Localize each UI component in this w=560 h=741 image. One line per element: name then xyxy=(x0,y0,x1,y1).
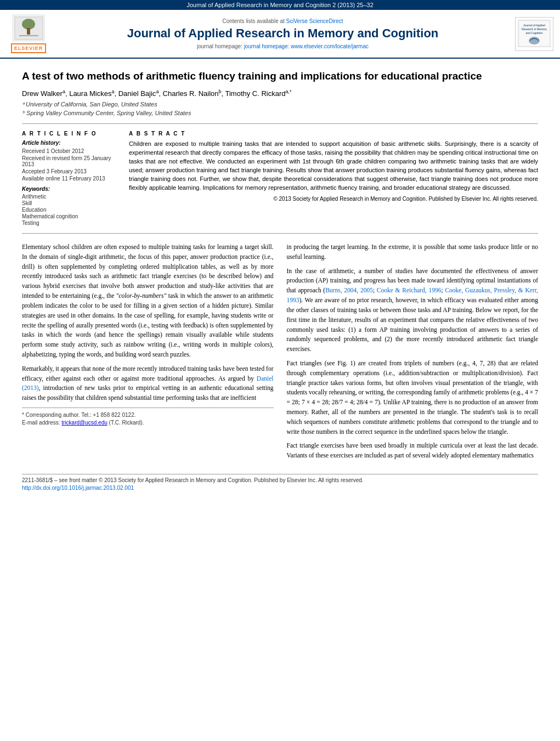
keyword-5: Testing xyxy=(22,220,118,226)
homepage-line: journal homepage: journal homepage: www.… xyxy=(56,43,510,49)
svg-rect-2 xyxy=(27,28,30,35)
elsevier-icon xyxy=(12,14,45,42)
sciverse-line: Contents lists available at SciVerse Sci… xyxy=(56,18,510,24)
available-date: Available online 11 February 2013 xyxy=(22,176,118,182)
body-para-6: Fact triangle exercises have been used b… xyxy=(287,441,539,461)
body-two-col: Elementary school children are often exp… xyxy=(22,242,538,465)
abstract-header: A B S T R A C T xyxy=(129,131,538,137)
keyword-3: Education xyxy=(22,207,118,213)
top-bar: Journal of Applied Research in Memory an… xyxy=(0,0,560,10)
doi-link[interactable]: http://dx.doi.org/10.1016/j.jarmac.2013.… xyxy=(22,485,134,491)
keywords-label: Keywords: xyxy=(22,186,118,192)
sciverse-link[interactable]: SciVerse ScienceDirect xyxy=(286,18,343,24)
journal-title-big: Journal of Applied Research in Memory an… xyxy=(56,26,510,41)
email-link[interactable]: trickard@ucsd.edu xyxy=(61,420,108,426)
journal-header: ELSEVIER Contents lists available at Sci… xyxy=(0,10,560,59)
journal-title-area: Contents lists available at SciVerse Sci… xyxy=(56,18,510,49)
main-content: A test of two methods of arithmetic flue… xyxy=(0,59,560,503)
daniel-2013-ref[interactable]: Daniel (2013) xyxy=(22,375,274,392)
revised-date: Received in revised form 25 January 2013 xyxy=(22,155,118,167)
abstract-col: A B S T R A C T Children are exposed to … xyxy=(129,131,538,227)
affiliation-a: ᵃ University of California, San Diego, U… xyxy=(22,101,538,108)
body-para-4: In the case of arithmetic, a number of s… xyxy=(287,267,539,354)
accepted-date: Accepted 3 February 2013 xyxy=(22,168,118,174)
footer-issn: 2211-3681/$ – see front matter © 2013 So… xyxy=(22,477,538,484)
svg-text:Research in Memory: Research in Memory xyxy=(522,27,547,31)
journal-citation: Journal of Applied Research in Memory an… xyxy=(186,2,374,8)
body-left-col: Elementary school children are often exp… xyxy=(22,242,274,465)
keyword-4: Mathematical cognition xyxy=(22,213,118,219)
authors-line: Drew Walkera, Laura Mickesa, Daniel Baji… xyxy=(22,89,538,98)
homepage-link[interactable]: journal homepage: www.elsevier.com/locat… xyxy=(244,43,369,49)
elsevier-wordmark: ELSEVIER xyxy=(11,43,47,53)
svg-text:and Cognition: and Cognition xyxy=(526,31,543,35)
svg-point-8 xyxy=(529,37,540,44)
body-para-3: in producing the target learning. In the… xyxy=(287,242,539,262)
info-abstract-section: A R T I C L E I N F O Article history: R… xyxy=(22,131,538,227)
body-text-section: Elementary school children are often exp… xyxy=(22,242,538,465)
journal-logo-box: Journal of Applied Research in Memory an… xyxy=(515,17,553,51)
article-info-col: A R T I C L E I N F O Article history: R… xyxy=(22,131,118,227)
keyword-1: Arithmetic xyxy=(22,194,118,200)
right-logo-area: Journal of Applied Research in Memory an… xyxy=(515,17,553,51)
elsevier-logo-area: ELSEVIER xyxy=(7,14,50,53)
affiliation-b: ᵇ Spring Valley Community Center, Spring… xyxy=(22,110,538,117)
footer-bar: 2211-3681/$ – see front matter © 2013 So… xyxy=(22,474,538,492)
received-date: Received 1 October 2012 xyxy=(22,148,118,154)
history-label: Article history: xyxy=(22,140,118,146)
body-para-2: Remarkably, it appears that none of the … xyxy=(22,364,274,403)
footer-doi: http://dx.doi.org/10.1016/j.jarmac.2013.… xyxy=(22,484,538,492)
divider-2 xyxy=(22,233,538,234)
footnote-email: E-mail address: trickard@ucsd.edu (T.C. … xyxy=(22,419,274,427)
body-right-col: in producing the target learning. In the… xyxy=(287,242,539,465)
svg-text:Journal of Applied: Journal of Applied xyxy=(523,24,545,27)
abstract-copyright: © 2013 Society for Applied Research in M… xyxy=(129,196,538,202)
keyword-2: Skill xyxy=(22,200,118,206)
article-info-header: A R T I C L E I N F O xyxy=(22,131,118,137)
email-label: E-mail address: xyxy=(22,420,61,426)
footnote-section: * Corresponding author. Tel.: +1 858 822… xyxy=(22,408,274,427)
abstract-text: Children are exposed to multiple trainin… xyxy=(129,140,538,193)
cooke-reichard-ref[interactable]: Cooke & Reichard, 1996 xyxy=(377,287,442,293)
body-para-5: Fact triangles (see Fig. 1) are created … xyxy=(287,359,539,437)
footnote-corresponding: * Corresponding author. Tel.: +1 858 822… xyxy=(22,411,274,419)
burns-2004-ref[interactable]: Burns, 2004, 2005 xyxy=(325,287,373,293)
body-para-1: Elementary school children are often exp… xyxy=(22,242,274,360)
article-title: A test of two methods of arithmetic flue… xyxy=(22,70,538,83)
email-author: (T.C. Rickard). xyxy=(108,420,144,426)
divider-1 xyxy=(22,123,538,124)
